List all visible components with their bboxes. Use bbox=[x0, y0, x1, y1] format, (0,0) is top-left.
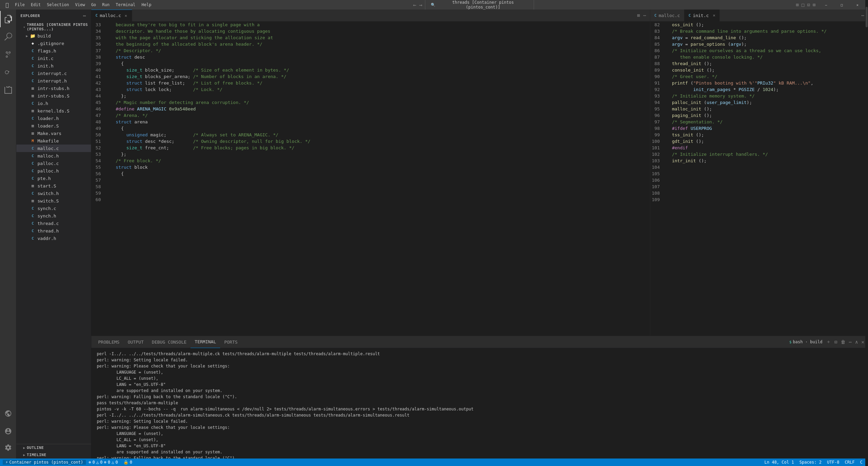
remote-icon[interactable] bbox=[0, 405, 16, 422]
file-intr-stubs-s[interactable]: ≡ intr-stubs.S bbox=[16, 92, 91, 100]
file-malloc-h[interactable]: C malloc.h bbox=[16, 152, 91, 160]
status-eol[interactable]: CRLF bbox=[842, 460, 857, 465]
file-makefile[interactable]: M Makefile bbox=[16, 137, 91, 145]
file-switch-s[interactable]: ≡ switch.S bbox=[16, 197, 91, 205]
tab-ports[interactable]: PORTS bbox=[220, 336, 242, 348]
source-control-icon[interactable] bbox=[0, 46, 16, 63]
terminal-line: perl: warning: Setting locale failed. bbox=[97, 357, 863, 363]
tab-problems[interactable]: PROBLEMS bbox=[94, 336, 124, 348]
more-actions-btn[interactable]: ⋯ bbox=[642, 12, 647, 19]
file-kernel-lds[interactable]: ≡ kernel.lds.S bbox=[16, 107, 91, 115]
tab-debug-console[interactable]: DEBUG CONSOLE bbox=[148, 336, 191, 348]
split-editor-btn[interactable]: ⊞ bbox=[636, 12, 641, 19]
right-editor-code[interactable]: 8283848586 8788899091 9293949596 9798991… bbox=[650, 21, 868, 336]
grid-icon[interactable]: ⊞ bbox=[813, 2, 816, 7]
timeline-label: TIMELINE bbox=[27, 453, 46, 457]
c-file-icon: C bbox=[30, 64, 35, 68]
tab-close-btn[interactable]: ✕ bbox=[124, 13, 128, 19]
split-terminal-btn[interactable]: ⊡ bbox=[833, 338, 838, 346]
file-interrupt-c[interactable]: C interrupt.c bbox=[16, 70, 91, 77]
explorer-icon[interactable] bbox=[0, 11, 16, 27]
code-display[interactable]: because they're too big to fit in a sing… bbox=[105, 21, 650, 336]
maximize-terminal-btn[interactable]: ∧ bbox=[854, 338, 859, 346]
maximize-icon[interactable]: □ bbox=[802, 2, 804, 7]
folder-build[interactable]: ▶ 📁 build bbox=[16, 32, 91, 40]
tab-malloc-c[interactable]: C malloc.c ✕ bbox=[91, 10, 132, 21]
timeline-section[interactable]: ▶ TIMELINE bbox=[16, 451, 91, 459]
file-thread-c[interactable]: C thread.c bbox=[16, 220, 91, 227]
status-lock[interactable]: 🔒 0 bbox=[121, 460, 135, 465]
more-actions-btn[interactable]: ⋯ bbox=[861, 12, 865, 19]
file-intr-stubs-h[interactable]: ≡ intr-stubs.h bbox=[16, 85, 91, 92]
extensions-icon[interactable] bbox=[0, 82, 16, 98]
right-editor: C malloc.c C init.c ✕ ⋯ 8283848586 bbox=[650, 10, 868, 336]
restore-btn[interactable]: □ bbox=[834, 0, 850, 10]
file-make-vars[interactable]: ≡ Make.vars bbox=[16, 130, 91, 137]
close-btn[interactable]: ✕ bbox=[850, 0, 865, 10]
file-flags[interactable]: C flags.h bbox=[16, 47, 91, 55]
container-section-header[interactable]: ▾ THREADS [CONTAINER PINTOS (PINTOS...) bbox=[16, 22, 91, 32]
menu-go[interactable]: Go bbox=[88, 2, 98, 8]
file-loader-h[interactable]: C loader.h bbox=[16, 115, 91, 122]
lock-icon: 🔒 bbox=[123, 460, 128, 465]
file-palloc-c[interactable]: C palloc.c bbox=[16, 160, 91, 167]
status-spaces[interactable]: Spaces: 2 bbox=[797, 460, 824, 465]
menu-view[interactable]: View bbox=[72, 2, 88, 8]
tab-close-btn[interactable]: ✕ bbox=[713, 13, 715, 18]
status-encoding[interactable]: UTF-8 bbox=[824, 460, 842, 465]
file-interrupt-h[interactable]: C interrupt.h bbox=[16, 77, 91, 85]
file-start[interactable]: ≡ start.S bbox=[16, 182, 91, 190]
status-errors[interactable]: ⊕ 0 △ 0 ⊗ 0 △ 0 bbox=[86, 460, 121, 465]
make-file-icon: ≡ bbox=[30, 131, 35, 136]
file-init-c[interactable]: C init.c bbox=[16, 55, 91, 62]
file-pte[interactable]: C pte.h bbox=[16, 175, 91, 182]
search-icon[interactable] bbox=[0, 29, 16, 45]
menu-apple[interactable]:  bbox=[3, 1, 12, 9]
right-code-display[interactable]: oss_init (); /* Break command line into … bbox=[664, 21, 868, 336]
file-synch-c[interactable]: C synch.c bbox=[16, 205, 91, 212]
right-tab-malloc[interactable]: C malloc.c bbox=[650, 10, 684, 21]
close-terminal-btn[interactable]: ✕ bbox=[861, 338, 865, 346]
menu-file[interactable]: File bbox=[12, 2, 28, 8]
left-editor-content[interactable]: 3334353637 3839404142 4344454647 4849505… bbox=[91, 21, 650, 336]
file-gitignore[interactable]: ◆ .gitignore bbox=[16, 40, 91, 47]
file-init-h[interactable]: C init.h bbox=[16, 62, 91, 70]
c-file-icon: C bbox=[30, 191, 35, 196]
menu-selection[interactable]: Selection bbox=[44, 2, 72, 8]
account-icon[interactable] bbox=[0, 423, 16, 439]
tab-output[interactable]: OUTPUT bbox=[124, 336, 148, 348]
layout-icon[interactable]: ⊡ bbox=[807, 2, 810, 7]
file-io[interactable]: C io.h bbox=[16, 100, 91, 107]
terminal-more-btn[interactable]: ⋯ bbox=[848, 338, 853, 346]
file-loader-s[interactable]: ≡ loader.S bbox=[16, 122, 91, 130]
settings-icon[interactable] bbox=[0, 439, 16, 456]
terminal-content[interactable]: perl -I../.. ../../tests/threads/alarm-m… bbox=[91, 348, 868, 459]
menu-edit[interactable]: Edit bbox=[28, 2, 44, 8]
line-numbers: 3334353637 3839404142 4344454647 4849505… bbox=[91, 21, 105, 336]
file-vaddr[interactable]: C vaddr.h bbox=[16, 235, 91, 242]
menu-run[interactable]: Run bbox=[100, 2, 112, 8]
new-file-btn[interactable]: ⋯ bbox=[82, 12, 87, 19]
nav-back-btn[interactable]: ← bbox=[413, 2, 416, 8]
file-thread-h[interactable]: C thread.h bbox=[16, 227, 91, 235]
status-position[interactable]: Ln 48, Col 1 bbox=[762, 460, 797, 465]
trash-btn[interactable]: 🗑 bbox=[840, 338, 847, 346]
c-file-icon: C bbox=[30, 116, 35, 121]
minimize-btn[interactable]: — bbox=[818, 0, 834, 10]
new-terminal-btn[interactable]: ＋ bbox=[825, 338, 832, 346]
outline-section[interactable]: ▶ OUTLINE bbox=[16, 444, 91, 451]
file-malloc-c[interactable]: C malloc.c bbox=[16, 145, 91, 152]
status-remote[interactable]: ⚡ Container pintos (pintos_cont) bbox=[3, 460, 86, 465]
menu-terminal[interactable]: Terminal bbox=[113, 2, 138, 8]
file-synch-h[interactable]: C synch.h bbox=[16, 212, 91, 220]
file-switch-h[interactable]: C switch.h bbox=[16, 190, 91, 197]
file-palloc-h[interactable]: C palloc.h bbox=[16, 167, 91, 175]
menu-help[interactable]: Help bbox=[139, 2, 154, 8]
status-language[interactable]: C bbox=[857, 460, 865, 465]
tab-terminal[interactable]: TERMINAL bbox=[191, 336, 220, 348]
right-tab-init[interactable]: C init.c ✕ bbox=[684, 10, 720, 21]
nav-forward-btn[interactable]: → bbox=[419, 2, 423, 8]
run-debug-icon[interactable] bbox=[0, 64, 16, 80]
split-editor-icon[interactable]: ⊞ bbox=[796, 2, 798, 7]
explorer-title: EXPLORER bbox=[20, 14, 40, 18]
